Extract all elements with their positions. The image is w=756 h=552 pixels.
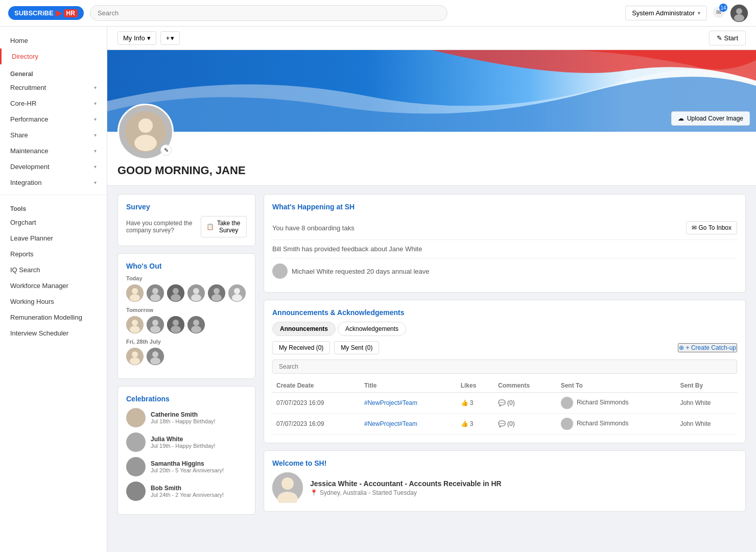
topbar: SUBSCRiBE ▶ HR System Administrator ▾ ✉ …	[0, 0, 756, 27]
celebrations-title: Celebrations	[126, 395, 247, 403]
leave-avatar	[272, 263, 288, 279]
svg-point-17	[171, 294, 181, 301]
sidebar-item-leave-planner[interactable]: Leave Planner	[0, 230, 107, 246]
svg-point-8	[134, 135, 157, 151]
svg-point-26	[232, 294, 242, 301]
sidebar-item-orgchart[interactable]: Orgchart	[0, 214, 107, 230]
my-received-tab[interactable]: My Received (0)	[272, 341, 330, 354]
happening-text: Bill Smith has provided feedback about J…	[272, 245, 422, 253]
sidebar-item-remuneration[interactable]: Remuneration Modelling	[0, 309, 107, 325]
like-button[interactable]: 👍 3	[461, 399, 490, 406]
celebration-avatar	[126, 433, 146, 452]
welcome-avatar	[272, 472, 303, 503]
sidebar-item-development[interactable]: Development ▾	[0, 159, 107, 175]
absent-person-avatar	[187, 284, 205, 302]
svg-point-22	[214, 288, 220, 294]
cover-banner: ☁ Upload Cover Image	[107, 50, 756, 132]
location-icon: 📍	[310, 489, 318, 496]
svg-point-11	[130, 294, 140, 301]
sidebar-item-core-hr[interactable]: Core-HR ▾	[0, 95, 107, 111]
sidebar-item-maintenance[interactable]: Maintenance ▾	[0, 143, 107, 159]
celebration-event: Jul 18th - Happy Birthday!	[151, 418, 216, 424]
take-survey-button[interactable]: 📋 Take the Survey	[201, 216, 247, 237]
comment-button[interactable]: 💬 (0)	[498, 399, 553, 406]
chevron-down-icon: ▾	[171, 34, 174, 42]
announcements-card: Announcements & Acknowledgements Announc…	[264, 300, 746, 443]
sidebar-item-directory[interactable]: Directory	[0, 49, 107, 64]
sidebar-item-performance[interactable]: Performance ▾	[0, 111, 107, 127]
celebration-event: Jul 20th - 5 Year Anniversary!	[151, 467, 224, 473]
edit-avatar-button[interactable]: ✎	[160, 145, 172, 156]
sidebar-item-home[interactable]: Home	[0, 33, 107, 49]
go-inbox-label: Go To Inbox	[699, 224, 732, 231]
welcome-card: Welcome to SH! Jessica White - Accountan…	[264, 450, 746, 512]
announcements-title: Announcements & Acknowledgements	[272, 308, 737, 317]
absent-person-avatar	[167, 316, 184, 333]
my-sent-tab[interactable]: My Sent (0)	[334, 341, 379, 354]
celebration-name: Bob Smith	[151, 485, 224, 492]
upload-cover-button[interactable]: ☁ Upload Cover Image	[671, 111, 750, 126]
sidebar-item-reports[interactable]: Reports	[0, 246, 107, 262]
admin-label: System Administrator	[632, 9, 695, 17]
go-to-inbox-button[interactable]: ✉ Go To Inbox	[686, 221, 738, 234]
add-button[interactable]: + ▾	[160, 31, 180, 45]
notification-badge: 14	[719, 4, 727, 12]
celebration-name: Samantha Higgins	[151, 460, 224, 467]
tab-acknowledgements[interactable]: Acknowledgements	[338, 322, 406, 336]
my-info-button[interactable]: My Info ▾	[117, 31, 156, 45]
sidebar-item-integration[interactable]: Integration ▾	[0, 175, 107, 190]
ann-filter-tabs: My Received (0) My Sent (0)	[272, 341, 379, 354]
admin-button[interactable]: System Administrator ▾	[625, 6, 707, 20]
tab-announcements[interactable]: Announcements	[272, 322, 336, 336]
celebration-info: Bob Smith Jul 24th - 2 Year Anniversary!	[151, 485, 224, 498]
user-avatar[interactable]	[730, 5, 748, 22]
whats-happening-card: What's Happening at SH You have 8 onboar…	[264, 194, 746, 293]
svg-point-4	[734, 14, 744, 21]
celebration-item: Bob Smith Jul 24th - 2 Year Anniversary!	[126, 482, 247, 501]
my-info-label: My Info	[123, 34, 145, 42]
absent-person-avatar	[167, 284, 184, 302]
whos-out-tomorrow-label: Tomorrow	[126, 307, 247, 313]
svg-point-14	[150, 294, 160, 301]
leave-row: Michael White requested 20 days annual l…	[272, 263, 430, 279]
svg-point-20	[191, 294, 201, 301]
sidebar-divider	[0, 195, 107, 195]
create-catchup-button[interactable]: ⊕ + Create Catch-up	[678, 343, 737, 352]
chevron-down-icon: ▾	[94, 85, 97, 90]
welcome-title: Welcome to SH!	[272, 459, 737, 467]
row-title: #NewProject#Team	[360, 393, 457, 414]
sidebar-item-workforce-manager[interactable]: Workforce Manager	[0, 278, 107, 294]
svg-point-7	[138, 118, 153, 133]
comment-button[interactable]: 💬 (0)	[498, 420, 553, 427]
celebration-info: Catherine Smith Jul 18th - Happy Birthda…	[151, 411, 216, 424]
col-sent-by: Sent By	[676, 379, 737, 393]
sidebar-item-iq-search[interactable]: IQ Search	[0, 262, 107, 278]
row-date: 07/07/2023 16:09	[272, 393, 360, 414]
search-input[interactable]	[90, 5, 447, 21]
table-row: 07/07/2023 16:09 #NewProject#Team 👍 3 💬 …	[272, 414, 737, 435]
svg-point-35	[171, 326, 181, 333]
start-label: ✎ Start	[717, 34, 738, 42]
app-logo[interactable]: SUBSCRiBE ▶ HR	[8, 6, 84, 20]
sidebar-item-working-hours[interactable]: Working Hours	[0, 294, 107, 309]
ann-tabs: Announcements Acknowledgements	[272, 322, 737, 336]
celebration-event: Jul 19th - Happy Birthday!	[151, 443, 216, 449]
create-catchup-label: + Create Catch-up	[686, 344, 736, 351]
logo-hr: HR	[64, 9, 78, 17]
celebration-avatar	[126, 457, 146, 476]
survey-title: Survey	[126, 203, 247, 211]
start-button[interactable]: ✎ Start	[709, 31, 746, 45]
absent-person-avatar	[126, 348, 144, 365]
announcements-table: Create Deate Title Likes Comments Sent T…	[272, 379, 737, 435]
svg-point-19	[193, 288, 199, 294]
announcements-search-input[interactable]	[272, 359, 737, 374]
sidebar-item-interview-scheduler[interactable]: Interview Scheduler	[0, 325, 107, 341]
sidebar-item-share[interactable]: Share ▾	[0, 127, 107, 143]
whats-happening-title: What's Happening at SH	[272, 203, 737, 211]
like-button[interactable]: 👍 3	[461, 420, 490, 427]
content-grid: Survey Have you completed the company su…	[107, 186, 756, 523]
sidebar-item-recruitment[interactable]: Recruitment ▾	[0, 80, 107, 95]
svg-point-29	[130, 326, 140, 333]
notification-icon[interactable]: ✉ 14	[713, 7, 724, 19]
celebration-item: Catherine Smith Jul 18th - Happy Birthda…	[126, 408, 247, 427]
